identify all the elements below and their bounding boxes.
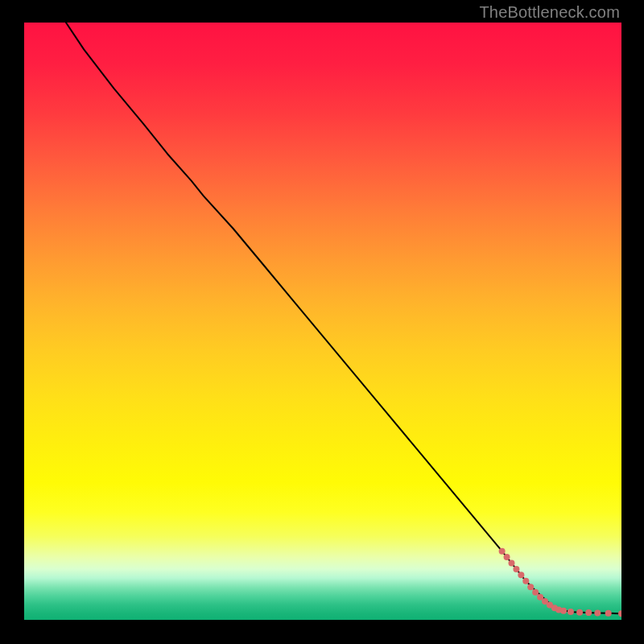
marker-dot — [560, 608, 567, 614]
marker-group — [499, 548, 621, 617]
marker-dot — [576, 609, 583, 616]
marker-dot — [504, 554, 510, 560]
marker-layer — [24, 23, 621, 620]
marker-dot — [585, 609, 592, 616]
marker-dot — [513, 566, 519, 572]
marker-dot — [508, 560, 514, 567]
marker-dot — [522, 578, 529, 584]
chart-stage: TheBottleneck.com — [0, 0, 644, 644]
marker-dot — [532, 589, 539, 596]
marker-dot — [605, 610, 612, 617]
marker-dot — [527, 584, 534, 590]
watermark-text: TheBottleneck.com — [479, 3, 620, 22]
plot-area — [24, 23, 621, 620]
marker-dot — [518, 572, 524, 578]
marker-dot — [499, 548, 506, 555]
marker-dot — [618, 610, 621, 617]
marker-dot — [568, 609, 574, 615]
marker-dot — [594, 609, 601, 616]
